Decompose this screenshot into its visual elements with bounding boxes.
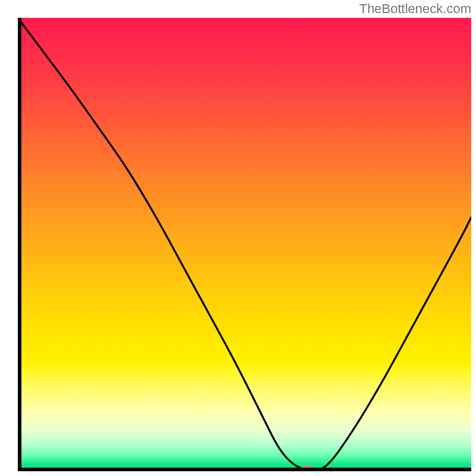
bottleneck-curve-path — [18, 18, 471, 469]
chart-container — [0, 0, 476, 476]
curve-svg — [18, 18, 471, 471]
plot-area — [18, 18, 471, 471]
watermark-text: TheBottleneck.com — [359, 1, 471, 17]
optimal-point-marker — [303, 465, 314, 471]
